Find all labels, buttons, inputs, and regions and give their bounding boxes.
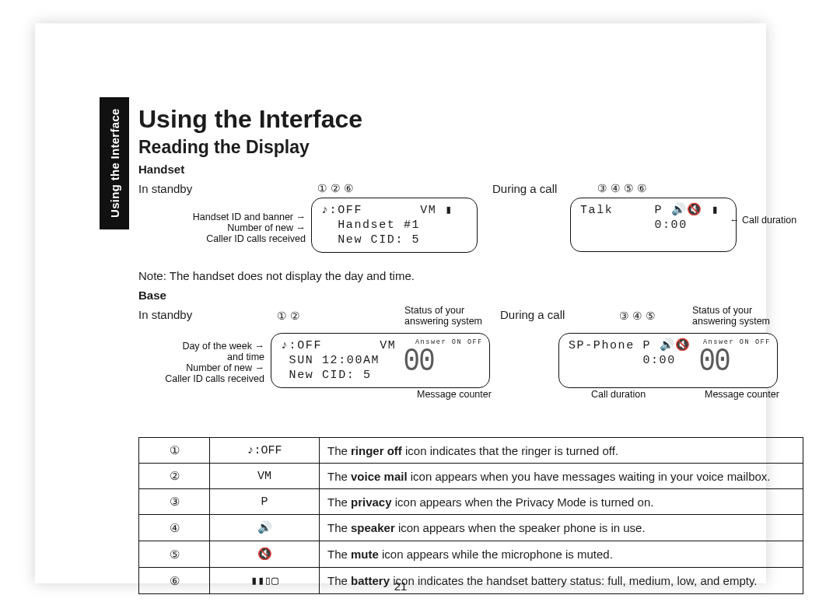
legend-number: ② bbox=[139, 464, 210, 489]
base-standby-numbers: ① ② bbox=[277, 310, 300, 322]
callout-text: Message counter bbox=[417, 389, 492, 400]
lcd-line: 0:00 bbox=[580, 218, 726, 233]
callout-text: Call duration bbox=[591, 389, 646, 400]
callout-text: Status of your bbox=[692, 305, 770, 316]
legend-row: ⑤🔇The mute icon appears while the microp… bbox=[139, 541, 803, 568]
handset-standby-mode: In standby bbox=[138, 182, 192, 195]
lcd-line: SP-Phone P 🔊🔇 bbox=[569, 338, 691, 353]
callout-text: Message counter bbox=[705, 389, 779, 400]
legend-icon: VM bbox=[210, 464, 320, 489]
lcd-line: New CID: 5 bbox=[281, 368, 396, 383]
legend-icon: P bbox=[210, 489, 320, 515]
legend-description: The speaker icon appears when the speake… bbox=[320, 515, 803, 541]
base-call-lcd: Answer ON OFF SP-Phone P 🔊🔇 0:00 00 bbox=[558, 333, 778, 388]
legend-number: ① bbox=[139, 438, 210, 464]
legend-row: ③PThe privacy icon appears when the Priv… bbox=[139, 489, 803, 515]
callout-text: Caller ID calls received bbox=[206, 233, 306, 244]
handset-call-lcd: Talk P 🔊🔇 ▮ 0:00 bbox=[570, 198, 737, 252]
legend-description: The ringer off icon indicates that the r… bbox=[320, 438, 803, 464]
lcd-line: New CID: 5 bbox=[321, 233, 467, 247]
callout-text: Status of your bbox=[404, 305, 482, 316]
page-title: Using the Interface bbox=[138, 105, 803, 134]
base-label: Base bbox=[138, 289, 803, 302]
legend-description: The privacy icon appears when the Privac… bbox=[320, 489, 803, 515]
base-standby-lcd: Answer ON OFF ♪:OFF VM SUN 12:00AM New C… bbox=[271, 333, 490, 388]
callout-text: and time bbox=[227, 352, 264, 362]
handset-note: Note: The handset does not display the d… bbox=[138, 269, 803, 282]
callout-text: Day of the week bbox=[182, 341, 252, 352]
legend-icon: ♪:OFF bbox=[210, 438, 320, 464]
callout-text: Caller ID calls received bbox=[165, 373, 264, 384]
callout-text: Number of new bbox=[227, 222, 293, 233]
handset-call-mode: During a call bbox=[492, 182, 557, 195]
base-call-numbers: ③ ④ ⑤ bbox=[619, 310, 656, 322]
legend-number: ④ bbox=[139, 515, 210, 541]
base-call-mode: During a call bbox=[500, 308, 565, 321]
icon-legend-table: ①♪:OFFThe ringer off icon indicates that… bbox=[138, 437, 803, 594]
handset-call-numbers: ③ ④ ⑤ ⑥ bbox=[597, 182, 647, 194]
legend-row: ④🔊The speaker icon appears when the spea… bbox=[139, 515, 803, 541]
legend-description: The mute icon appears while the micropho… bbox=[320, 541, 803, 568]
callout-text: answering system bbox=[692, 316, 770, 327]
lcd-line: Talk P 🔊🔇 ▮ bbox=[580, 203, 726, 218]
handset-standby-numbers: ① ② ⑥ bbox=[317, 182, 354, 194]
handset-label: Handset bbox=[138, 163, 803, 176]
handset-standby-lcd: ♪:OFF VM ▮ Handset #1 New CID: 5 bbox=[311, 198, 478, 253]
base-standby-mode: In standby bbox=[138, 308, 192, 321]
section-heading: Reading the Display bbox=[138, 137, 803, 158]
callout-text: Call duration bbox=[742, 215, 796, 226]
legend-number: ⑤ bbox=[139, 541, 210, 568]
legend-number: ③ bbox=[139, 489, 210, 515]
seven-seg: 00 bbox=[404, 355, 434, 369]
legend-row: ②VMThe voice mail icon appears when you … bbox=[139, 464, 803, 489]
legend-description: The voice mail icon appears when you hav… bbox=[320, 464, 803, 489]
side-tab: Using the Interface bbox=[100, 97, 129, 229]
seven-seg: 00 bbox=[698, 355, 729, 369]
callout-text: answering system bbox=[404, 316, 482, 327]
lcd-line: ♪:OFF VM bbox=[281, 338, 396, 353]
callout-text: Handset ID and banner bbox=[193, 212, 293, 222]
lcd-line: SUN 12:00AM bbox=[281, 353, 396, 368]
legend-icon: 🔊 bbox=[210, 515, 320, 541]
legend-icon: 🔇 bbox=[210, 541, 320, 568]
lcd-line: 0:00 bbox=[569, 353, 691, 368]
lcd-line: Handset #1 bbox=[321, 218, 467, 233]
page-number: 21 bbox=[47, 579, 754, 593]
callout-text: Number of new bbox=[186, 362, 252, 373]
lcd-line: ♪:OFF VM ▮ bbox=[321, 203, 467, 218]
legend-row: ①♪:OFFThe ringer off icon indicates that… bbox=[139, 438, 803, 464]
